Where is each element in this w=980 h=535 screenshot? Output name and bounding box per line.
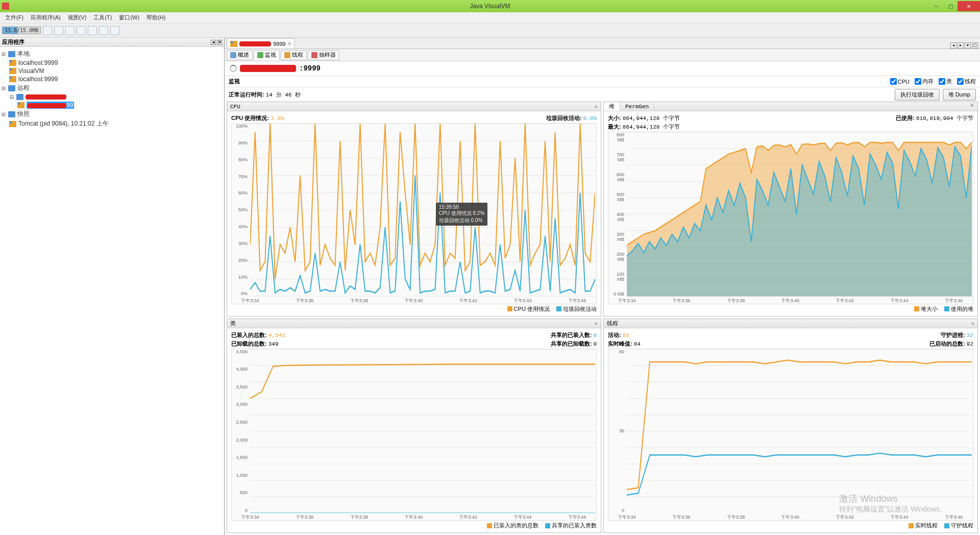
sidebar-close-icon[interactable]: ✕ xyxy=(217,40,222,45)
connection-port: :9999 xyxy=(299,64,321,72)
heap-chart-panel: 堆 PermGen ✕ 大小: 864,944,128 个字节 已使用: 610… xyxy=(603,102,978,317)
close-panel-icon[interactable]: ✕ xyxy=(967,102,977,111)
dropdown-icon[interactable]: ▾ xyxy=(965,42,971,48)
threads-chart[interactable]: 80300 下午3:34下午3:36下午3:38下午3:40下午3:42下午3:… xyxy=(608,349,973,521)
menu-file[interactable]: 文件(F) xyxy=(2,13,27,22)
check-classes[interactable]: 类 xyxy=(939,78,952,85)
heap-chart[interactable]: 800 MB700 MB600 MB500 MB400 MB300 MB200 … xyxy=(608,132,973,304)
close-button[interactable]: ✕ xyxy=(958,1,980,11)
maximize-editor-icon[interactable]: ▢ xyxy=(972,42,978,48)
cpu-chart[interactable]: 100%90%80%70%60%50%40%30%20%10%0% 下午3:34… xyxy=(231,123,597,304)
close-panel-icon[interactable]: ✕ xyxy=(594,103,598,110)
scroll-right-icon[interactable]: ▸ xyxy=(958,42,964,48)
permgen-tab[interactable]: PermGen xyxy=(620,102,654,111)
visualvm-icon xyxy=(9,68,16,74)
menubar: 文件(F) 应用程序(A) 视图(V) 工具(T) 窗口(W) 帮助(H) xyxy=(0,12,980,23)
redacted-host[interactable] xyxy=(26,94,66,100)
classes-chart[interactable]: 4,5004,0003,5003,0002,5002,0001,5001,000… xyxy=(231,349,597,521)
tab-close-icon[interactable]: ✕ xyxy=(287,41,291,46)
remote-icon xyxy=(8,85,15,91)
redacted-hostname xyxy=(240,65,296,72)
loading-spinner-icon xyxy=(230,65,237,72)
toolbar-btn-7[interactable] xyxy=(110,26,119,35)
check-memory[interactable]: 内存 xyxy=(915,78,934,85)
minimize-button[interactable]: ─ xyxy=(929,1,943,11)
threads-chart-panel: 线程✕ 活动: 83 守护进程: 32 实时峰值: 84 已启动的总数: 92 … xyxy=(603,319,978,533)
maximize-button[interactable]: ▢ xyxy=(943,1,958,11)
classes-chart-panel: 类✕ 已装入的总数: 4,542 共享的已装入数: 0 已卸载的总数: 349 … xyxy=(227,319,601,533)
sidebar: 应用程序 ◂ ✕ ⊟本地 localhost:9999 VisualVM loc… xyxy=(0,38,225,535)
scroll-left-icon[interactable]: ◂ xyxy=(950,42,957,48)
menu-help[interactable]: 帮助(H) xyxy=(143,13,168,22)
sampler-icon xyxy=(311,52,317,58)
toolbar-btn-6[interactable] xyxy=(99,26,108,35)
sidebar-title: 应用程序 xyxy=(2,38,24,46)
app-icon xyxy=(230,41,237,47)
snapshot-icon xyxy=(8,111,15,117)
subtab-threads[interactable]: 线程 xyxy=(281,50,307,60)
editor-tabs: 9999 ✕ ◂ ▸ ▾ ▢ xyxy=(225,38,980,49)
sidebar-header: 应用程序 ◂ ✕ xyxy=(0,38,224,47)
app-icon xyxy=(17,102,24,108)
subtab-monitor[interactable]: 监视 xyxy=(254,50,280,60)
app-icon xyxy=(9,60,16,66)
app-icon xyxy=(2,3,9,10)
subtab-overview[interactable]: 概述 xyxy=(227,50,253,60)
snapshot-item-icon xyxy=(9,121,16,127)
toolbar-btn-2[interactable] xyxy=(54,26,63,35)
subtab-sampler[interactable]: 抽样器 xyxy=(308,50,339,60)
overview-icon xyxy=(230,52,236,58)
monitor-icon xyxy=(257,52,263,58)
window-titlebar: Java VisualVM ─ ▢ ✕ xyxy=(0,0,980,12)
monitor-bar: 监视 CPU 内存 类 线程 xyxy=(225,76,980,87)
heap-tab[interactable]: 堆 xyxy=(604,102,620,111)
menu-window[interactable]: 窗口(W) xyxy=(116,13,142,22)
memory-indicator[interactable]: 33.8/15.0MB xyxy=(2,27,41,34)
subtabs: 概述 监视 线程 抽样器 xyxy=(225,49,980,61)
application-tree[interactable]: ⊟本地 localhost:9999 VisualVM localhost:99… xyxy=(0,47,224,131)
menu-view[interactable]: 视图(V) xyxy=(65,13,90,22)
menu-app[interactable]: 应用程序(A) xyxy=(28,13,64,22)
gc-button[interactable]: 执行垃圾回收 xyxy=(895,89,940,101)
monitor-label: 监视 xyxy=(229,78,240,85)
window-title: Java VisualVM xyxy=(470,3,510,10)
editor-tab-active[interactable]: 9999 ✕ xyxy=(227,38,295,48)
check-cpu[interactable]: CPU xyxy=(890,78,910,85)
toolbar-btn-4[interactable] xyxy=(77,26,86,35)
app-icon xyxy=(9,76,16,82)
host-icon xyxy=(8,51,15,57)
redacted-tab-label xyxy=(239,41,271,46)
sidebar-minimize-icon[interactable]: ◂ xyxy=(211,40,216,45)
host-icon xyxy=(16,94,23,100)
toolbar-btn-3[interactable] xyxy=(65,26,75,35)
uptime-text: 正常运行时间: 14 分 46 秒 xyxy=(229,91,301,99)
check-threads[interactable]: 线程 xyxy=(957,78,976,85)
toolbar-btn-5[interactable] xyxy=(88,26,97,35)
toolbar: 33.8/15.0MB xyxy=(0,23,980,38)
heapdump-button[interactable]: 堆 Dump xyxy=(943,89,976,101)
page-header: :9999 xyxy=(225,61,980,76)
content-area: 9999 ✕ ◂ ▸ ▾ ▢ 概述 监视 线程 抽样器 :9999 监视 CPU xyxy=(225,38,980,535)
toolbar-btn-1[interactable] xyxy=(43,26,52,35)
close-panel-icon[interactable]: ✕ xyxy=(971,320,974,327)
cpu-chart-panel: CPU✕ CPU 使用情况: 3.0% 垃圾回收活动: 0.0% 100%90%… xyxy=(227,102,601,317)
selected-remote-app[interactable]: 99 xyxy=(27,102,74,109)
menu-tools[interactable]: 工具(T) xyxy=(90,13,115,22)
uptime-bar: 正常运行时间: 14 分 46 秒 执行垃圾回收 堆 Dump xyxy=(225,87,980,102)
threads-icon xyxy=(284,52,290,58)
close-panel-icon[interactable]: ✕ xyxy=(594,320,598,327)
